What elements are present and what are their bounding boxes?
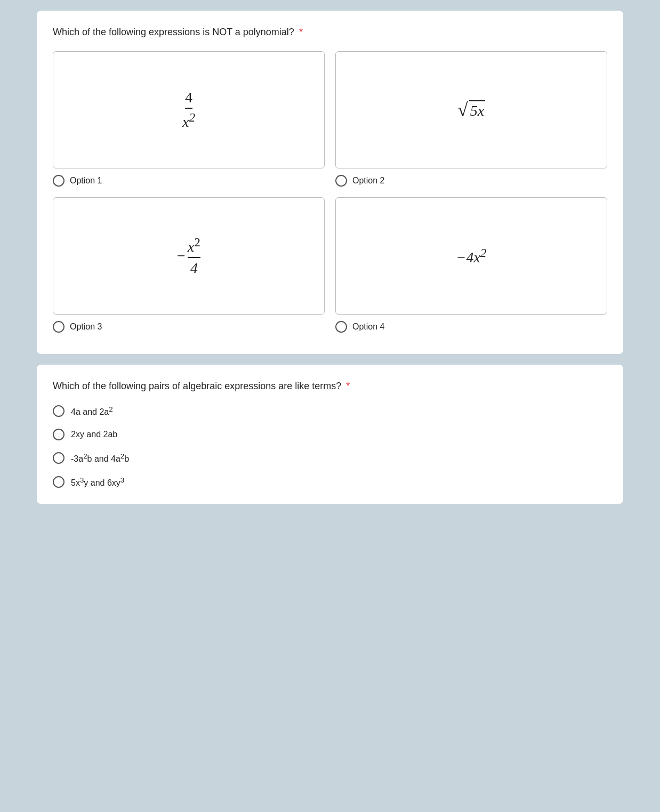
option4-label[interactable]: Option 4 [335,321,384,333]
q2-option1[interactable]: 4a and 2a2 [53,405,607,417]
option3-text: Option 3 [70,322,102,332]
option1-text: Option 1 [70,176,102,186]
q2-option4[interactable]: 5x3y and 6xy3 [53,476,607,488]
option4-box: −4x2 Option 4 [335,197,607,333]
option3-radio[interactable] [53,321,65,333]
question1-card: Which of the following expressions is NO… [37,11,623,354]
sqrt-symbol: √ [457,100,468,119]
option4-image: −4x2 [335,197,607,315]
q2-option1-radio[interactable] [53,405,65,417]
required-star-1: * [296,27,303,37]
question2-label: Which of the following pairs of algebrai… [53,381,341,391]
question2-text: Which of the following pairs of algebrai… [53,381,607,392]
option2-label[interactable]: Option 2 [335,175,384,187]
option4-radio[interactable] [335,321,347,333]
option2-box: √ 5x Option 2 [335,51,607,187]
options-grid-1: 4 x2 Option 1 √ 5x [53,51,607,333]
q2-option2-label: 2xy and 2ab [71,430,117,439]
q2-option1-label: 4a and 2a2 [71,405,113,417]
option2-expression: √ 5x [457,100,485,120]
option3-expression: − x2 4 [177,235,200,277]
option3-image: − x2 4 [53,197,325,315]
q2-option3-label: -3a2b and 4a2b [71,452,129,464]
q2-option2[interactable]: 2xy and 2ab [53,429,607,440]
option2-image: √ 5x [335,51,607,168]
question2-card: Which of the following pairs of algebrai… [37,365,623,504]
q2-option3[interactable]: -3a2b and 4a2b [53,452,607,464]
option4-expression: −4x2 [456,246,486,266]
question1-label: Which of the following expressions is NO… [53,27,294,37]
option2-radio[interactable] [335,175,347,187]
option1-image: 4 x2 [53,51,325,168]
q2-option3-radio[interactable] [53,452,65,464]
required-star-2: * [343,381,350,391]
q2-option2-radio[interactable] [53,429,65,440]
q2-option4-label: 5x3y and 6xy3 [71,476,124,488]
option3-box: − x2 4 Option 3 [53,197,325,333]
q2-option4-radio[interactable] [53,476,65,488]
option1-radio[interactable] [53,175,65,187]
option1-box: 4 x2 Option 1 [53,51,325,187]
option3-label[interactable]: Option 3 [53,321,102,333]
option2-text: Option 2 [352,176,384,186]
question1-text: Which of the following expressions is NO… [53,27,607,38]
option1-label[interactable]: Option 1 [53,175,102,187]
option4-text: Option 4 [352,322,384,332]
option1-expression: 4 x2 [182,89,195,131]
question2-options: 4a and 2a2 2xy and 2ab -3a2b and 4a2b 5x… [53,405,607,488]
